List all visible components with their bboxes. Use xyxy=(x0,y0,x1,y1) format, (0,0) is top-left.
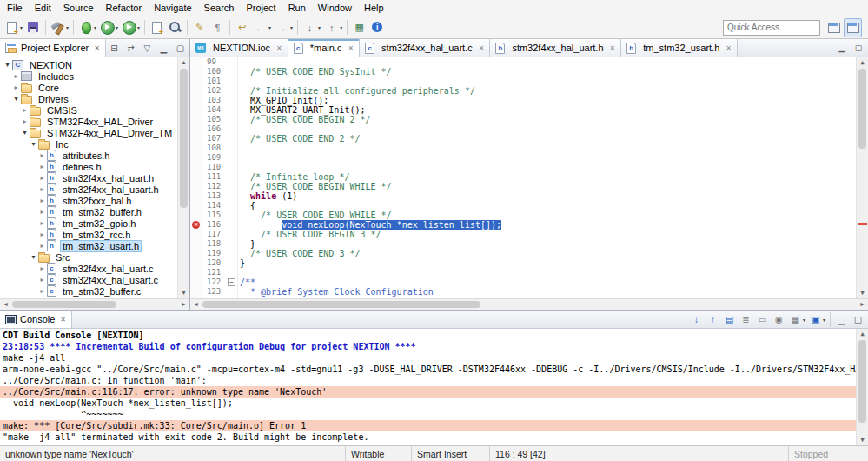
tree-item-stm32f4xx-hal-driver[interactable]: ▸STM32F4xx_HAL_Driver xyxy=(0,116,177,127)
editor-tab-stm32f4xx-hal-uart-c[interactable]: cstm32f4xx_hal_uart.c✕ xyxy=(360,39,490,57)
next-match-icon[interactable]: ↓ xyxy=(688,311,705,327)
expand-arrow-icon[interactable]: ▸ xyxy=(37,230,47,238)
scroll-up-icon[interactable]: ▲ xyxy=(857,57,868,68)
close-icon[interactable]: ✕ xyxy=(276,44,282,52)
expand-arrow-icon[interactable]: ▸ xyxy=(37,264,47,272)
expand-arrow-icon[interactable]: ▸ xyxy=(37,219,47,227)
clear-console-icon[interactable]: ▭ xyxy=(754,311,771,327)
tree-item-cmsis[interactable]: ▸CMSIS xyxy=(0,104,177,116)
scroll-down-icon[interactable]: ▼ xyxy=(857,435,868,445)
editor-tab-main-c[interactable]: c*main.c✕ xyxy=(288,39,360,57)
menu-project[interactable]: Project xyxy=(240,1,282,16)
tree-item-stm32f4xx-hal-driver-tm[interactable]: ▾STM32F4xx_HAL_Driver_TM xyxy=(0,127,177,138)
mark-occurrences-icon[interactable]: ✎ xyxy=(190,18,209,37)
tree-item-drivers[interactable]: ▾Drivers xyxy=(0,93,177,104)
tree-item-core[interactable]: ▸Core xyxy=(0,82,177,93)
scroll-left-icon[interactable]: ◄ xyxy=(0,299,11,310)
external-tools-icon[interactable]: ▾ xyxy=(120,18,142,37)
expand-arrow-icon[interactable]: ▸ xyxy=(37,242,47,250)
scrollbar-thumb[interactable] xyxy=(858,69,866,149)
show-console-on-output-icon[interactable]: ▤ xyxy=(721,311,738,327)
collapse-arrow-icon[interactable]: ▾ xyxy=(3,61,12,69)
scroll-up-icon[interactable]: ▲ xyxy=(857,329,868,339)
tree-item-tm-stm32-buffer-h[interactable]: ▸htm_stm32_buffer.h xyxy=(0,206,177,217)
tree-item-includes[interactable]: ▸Includes xyxy=(0,70,177,82)
tree-item-nextion[interactable]: ▾CNEXTION xyxy=(0,59,177,70)
explorer-vertical-scrollbar[interactable]: ▲ ▼ xyxy=(177,57,189,298)
scroll-right-icon[interactable]: ► xyxy=(178,299,189,310)
pin-console-icon[interactable]: ◉ xyxy=(771,311,787,327)
expand-arrow-icon[interactable]: ▸ xyxy=(20,117,30,125)
link-with-editor-icon[interactable]: ⇄ xyxy=(123,40,139,56)
prev-annotation-icon[interactable]: ↑▾ xyxy=(322,18,344,37)
menu-file[interactable]: File xyxy=(1,1,29,16)
collapse-arrow-icon[interactable]: ▾ xyxy=(29,253,38,261)
editor-horizontal-scrollbar[interactable]: ◄ ► xyxy=(190,298,868,310)
code-area[interactable]: /* USER CODE END SysInit */ /* Initializ… xyxy=(238,57,856,298)
expand-arrow-icon[interactable]: ▸ xyxy=(37,185,47,193)
menu-source[interactable]: Source xyxy=(57,1,100,16)
minimize-icon[interactable]: ▁ xyxy=(833,311,850,327)
minimize-icon[interactable]: ▁ xyxy=(156,40,172,56)
forward-icon[interactable]: →▾ xyxy=(273,18,295,37)
collapse-arrow-icon[interactable]: ▾ xyxy=(20,129,30,137)
expand-arrow-icon[interactable]: ▸ xyxy=(37,151,47,159)
expand-arrow-icon[interactable]: ▸ xyxy=(11,84,21,91)
save-icon[interactable] xyxy=(24,18,43,37)
tree-item-stm32f4xx-hal-usart-c[interactable]: ▸cstm32f4xx_hal_usart.c xyxy=(0,274,177,285)
last-edit-location-icon[interactable]: ↩ xyxy=(233,18,251,37)
menu-refactor[interactable]: Refactor xyxy=(100,1,149,16)
run-icon[interactable]: ▾ xyxy=(98,18,120,37)
new-wizard-icon[interactable]: ▾ xyxy=(3,18,24,37)
close-icon[interactable]: ✕ xyxy=(94,44,100,52)
build-icon[interactable]: ▾ xyxy=(49,18,70,37)
editor-vertical-scrollbar[interactable]: ▲ ▼ xyxy=(856,57,868,298)
tab-project-explorer[interactable]: Project Explorer ✕ xyxy=(0,39,106,57)
cpp-perspective-icon[interactable] xyxy=(844,18,862,37)
close-icon[interactable]: ✕ xyxy=(348,44,354,52)
console-output[interactable]: CDT Build Console [NEXTION]23:18:53 ****… xyxy=(0,329,868,445)
next-annotation-icon[interactable]: ↓▾ xyxy=(301,18,322,37)
menu-help[interactable]: Help xyxy=(358,1,390,16)
tree-item-tm-stm32-usart-h[interactable]: ▸htm_stm32_usart.h xyxy=(0,240,177,251)
tree-item-stm32f4xx-hal-uart-c[interactable]: ▸cstm32f4xx_hal_uart.c xyxy=(0,263,177,274)
scrollbar-thumb[interactable] xyxy=(202,301,480,308)
quick-access-input[interactable] xyxy=(723,20,820,36)
expand-arrow-icon[interactable]: ▸ xyxy=(20,106,30,114)
maximize-icon[interactable]: ▢ xyxy=(851,38,866,57)
tree-item-attributes-h[interactable]: ▸hattributes.h xyxy=(0,150,177,161)
close-icon[interactable]: ✕ xyxy=(726,44,732,52)
tree-item-tm-stm32-buffer-c[interactable]: ▸ctm_stm32_buffer.c xyxy=(0,285,177,297)
menu-search[interactable]: Search xyxy=(198,1,241,16)
expand-arrow-icon[interactable]: ▸ xyxy=(37,163,47,170)
editor-tab-tm-stm32-usart-h[interactable]: htm_stm32_usart.h✕ xyxy=(621,39,738,57)
menu-run[interactable]: Run xyxy=(282,1,312,16)
tree-item-tm-stm32-gpio-h[interactable]: ▸htm_stm32_gpio.h xyxy=(0,217,177,229)
tree-item-stm32f4xx-hal-uart-h[interactable]: ▸hstm32f4xx_hal_uart.h xyxy=(0,172,177,184)
open-console-icon[interactable]: ▣▾ xyxy=(807,311,827,327)
scrollbar-thumb[interactable] xyxy=(858,340,866,423)
tree-item-tm-stm32-rcc-h[interactable]: ▸htm_stm32_rcc.h xyxy=(0,229,177,240)
expand-arrow-icon[interactable]: ▸ xyxy=(37,276,47,284)
explorer-horizontal-scrollbar[interactable]: ◄ ► xyxy=(0,298,189,310)
expand-arrow-icon[interactable]: ▸ xyxy=(37,174,47,182)
error-marker-icon[interactable]: ✕ xyxy=(192,221,200,229)
maximize-icon[interactable]: ▢ xyxy=(850,311,866,327)
menu-window[interactable]: Window xyxy=(312,1,358,16)
close-icon[interactable]: ✕ xyxy=(610,44,616,52)
scrollbar-thumb[interactable] xyxy=(12,301,116,308)
show-whitespace-icon[interactable]: ¶ xyxy=(209,18,227,37)
expand-arrow-icon[interactable]: ▸ xyxy=(37,287,47,295)
tree-item-inc[interactable]: ▾Inc xyxy=(0,138,177,150)
collapse-arrow-icon[interactable]: ▾ xyxy=(11,95,21,103)
search-icon[interactable] xyxy=(166,18,184,37)
expand-arrow-icon[interactable]: ▸ xyxy=(37,208,47,216)
tab-console[interactable]: Console ✕ xyxy=(0,311,72,328)
tree-item-src[interactable]: ▾Src xyxy=(0,251,177,263)
tree-item-stm32fxxx-hal-h[interactable]: ▸hstm32fxxx_hal.h xyxy=(0,195,177,206)
scroll-right-icon[interactable]: ► xyxy=(857,299,868,310)
scroll-lock-icon[interactable]: ≣ xyxy=(738,311,754,327)
maximize-icon[interactable]: ▢ xyxy=(172,40,189,56)
close-icon[interactable]: ✕ xyxy=(60,316,66,324)
close-icon[interactable]: ✕ xyxy=(479,44,485,52)
